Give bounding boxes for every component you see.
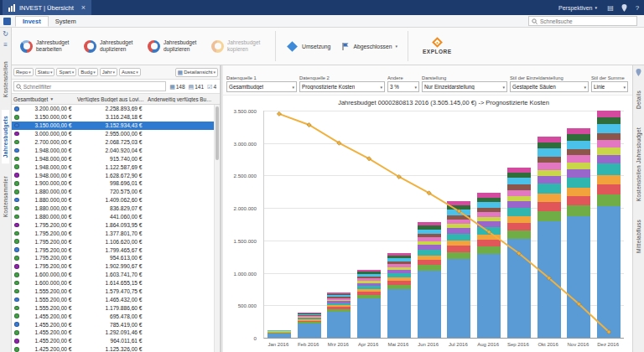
menu-icon[interactable]: ≡ <box>3 42 8 49</box>
explore-button[interactable]: EXPLORE <box>414 39 460 54</box>
x-tick-label: Feb 2016 <box>298 342 319 347</box>
table-row[interactable]: 3.000.000,00 €2.955.000,00 € <box>12 130 214 138</box>
x-tick-label: Mrz 2016 <box>328 342 349 347</box>
explore-label: EXPLORE <box>423 49 452 54</box>
close-tab-icon[interactable]: × <box>81 4 86 12</box>
table-row[interactable]: 1.455.200,00 €964.011,61 € <box>12 337 214 345</box>
verfuegtes-budget-cell: 1.603.741,70 € <box>74 272 144 277</box>
table-row[interactable]: 1.455.200,00 €695.478,00 € <box>12 312 214 320</box>
umsetzung-button[interactable]: Umsetzung <box>282 39 335 54</box>
edit-budget-icon <box>20 40 33 53</box>
table-row[interactable]: 1.795.200,00 €1.377.801,70 € <box>12 229 214 237</box>
gesamtbudget-cell: 2.700.000,00 € <box>22 139 74 145</box>
gesamtbudget-cell: 1.795.200,00 € <box>22 247 74 253</box>
status-dot-icon <box>14 106 19 111</box>
table-row[interactable]: 1.795.200,00 €1.902.990,67 € <box>12 262 214 271</box>
table-row[interactable]: 1.795.200,00 €1.106.620,00 € <box>12 237 214 246</box>
filter-chip-aussc[interactable]: Aussc▾ <box>119 68 141 76</box>
rightbar-tab-details[interactable]: Details <box>635 85 642 115</box>
sidebar-tab-jahresbudgets[interactable]: Jahresbudgets <box>2 110 9 163</box>
table-row[interactable]: 1.555.200,00 €1.465.432,00 € <box>12 295 214 303</box>
rightbar-tab-mittelabfluss[interactable]: Mittelabfluss <box>635 214 642 259</box>
column-header-anderweitig[interactable]: Anderweitig verfügtes Budget <box>146 96 214 102</box>
detailansicht-dropdown[interactable]: ▦Detailansicht▾ <box>175 68 219 77</box>
chevron-down-icon: ▾ <box>136 70 138 75</box>
search-input[interactable] <box>540 18 634 24</box>
chart-control-select-3[interactable]: 3 %▾ <box>387 81 419 92</box>
filter-chip-spart[interactable]: Spart▾ <box>56 68 76 76</box>
chart-control-select-4[interactable]: Nur Einzeldarstellung▾ <box>422 81 507 92</box>
table-row[interactable]: 1.948.000,00 €1.628.672,90 € <box>12 171 214 179</box>
chart-control-select-1[interactable]: Gesamtbudget▾ <box>226 81 297 92</box>
table-row[interactable]: 1.880.000,00 €836.829,07 € <box>12 204 214 213</box>
menubar-tab-invest[interactable]: Invest <box>15 16 49 27</box>
scrollbar-thumb[interactable] <box>216 106 219 160</box>
table-row[interactable]: 1.948.000,00 €915.740,00 € <box>12 154 214 163</box>
table-row[interactable]: 1.880.000,00 €720.575,00 € <box>12 188 214 196</box>
table-row[interactable]: 1.795.200,00 €1.799.465,67 € <box>12 246 214 254</box>
column-header-gesamtbudget[interactable]: Gesamtbudget ▼ <box>12 96 75 102</box>
table-row[interactable]: 1.600.000,00 €1.603.741,70 € <box>12 271 214 279</box>
table-header: Gesamtbudget ▼ Verfügtes Budget aus Lovi… <box>12 94 220 105</box>
app-tab[interactable]: INVEST | Übersicht × <box>3 0 91 15</box>
right-strip-icons <box>633 65 644 81</box>
table-row[interactable]: 1.795.200,00 €954.613,00 € <box>12 254 214 262</box>
table-row[interactable]: 3.150.000,00 €3.116.248,18 € <box>12 113 214 122</box>
column-header-verfuegtes-budget[interactable]: Verfügtes Budget aus Lovion <box>75 96 146 102</box>
filter-chip-repo[interactable]: Repo▾ <box>13 68 34 76</box>
rightbar-tab-kostenstellen-jahresbudget[interactable]: Kostenstellen Jahresbudget <box>635 122 642 207</box>
layout-icon[interactable]: ▤ <box>604 0 617 15</box>
chart-control-select-6[interactable]: Linie▾ <box>591 81 628 92</box>
table-row[interactable]: 1.425.200,00 €1.125.326,00 € <box>12 345 214 352</box>
sidebar-tab-kostenstellen[interactable]: Kostenstellen <box>2 55 9 103</box>
pin-icon[interactable] <box>617 0 631 15</box>
table-row[interactable]: 1.880.000,00 €441.060,00 € <box>12 213 214 221</box>
sort-descending-icon: ▼ <box>49 96 54 101</box>
table-row[interactable]: 1.948.000,00 €2.040.920,04 € <box>12 146 214 154</box>
perspektiven-menu[interactable]: Perspektiven ▾ <box>552 0 604 15</box>
abgeschlossen-button[interactable]: Abgeschlossen ▾ <box>337 40 402 53</box>
table-row[interactable]: 1.455.200,00 €785.419,00 € <box>12 320 214 329</box>
ribbon-button-0[interactable]: Jahresbudget bearbeiten <box>17 37 78 55</box>
table-scrollbar[interactable] <box>214 105 220 352</box>
table-row[interactable]: 1.600.000,00 €1.614.655,15 € <box>12 279 214 287</box>
help-icon[interactable]: ? <box>631 0 644 15</box>
ribbon-button-3[interactable]: Jahresbudget kopieren <box>208 37 269 55</box>
table-row[interactable]: 3.200.000,00 €2.258.893,69 € <box>12 105 214 113</box>
table-row[interactable]: 1.555.200,00 €1.179.886,60 € <box>12 303 214 312</box>
table-row[interactable]: 1.880.000,00 €1.409.062,60 € <box>12 196 214 204</box>
abgeschlossen-label: Abgeschlossen <box>353 44 392 49</box>
table-row[interactable]: 2.700.000,00 €2.068.725,03 € <box>12 138 214 147</box>
gesamtbudget-cell: 1.795.200,00 € <box>22 263 74 269</box>
explore-logo-icon <box>432 37 443 48</box>
menubar-tab-system[interactable]: System <box>49 17 83 26</box>
gesamtbudget-cell: 1.795.200,00 € <box>22 239 74 245</box>
refresh-icon[interactable]: ↻ <box>3 31 8 38</box>
x-tick-label: Jun 2016 <box>418 342 439 347</box>
chart-control-group-3: Andere3 %▾ <box>387 75 419 92</box>
table-row[interactable]: 3.150.000,00 €3.152.934,43 € <box>12 122 214 130</box>
chart-control-label: Datenquelle 2 <box>299 75 385 80</box>
verfuegtes-budget-cell: 964.011,61 € <box>74 338 144 344</box>
app-menu-icon[interactable] <box>3 18 11 25</box>
chart-control-select-2[interactable]: Prognostizierte Kosten▾ <box>299 81 385 92</box>
sidebar-tab-kostensammler[interactable]: Kostensammler <box>2 170 9 223</box>
filter-chip-jahr[interactable]: Jahr▾ <box>100 68 117 76</box>
copy-budget-icon <box>211 40 224 53</box>
filter-chip-statu[interactable]: Statu▾ <box>35 68 55 76</box>
filter-chip-budg[interactable]: Budg▾ <box>78 68 98 76</box>
table-row[interactable]: 1.795.200,00 €1.864.093,95 € <box>12 220 214 229</box>
verfuegtes-budget-cell: 1.799.465,67 € <box>74 247 144 253</box>
ribbon-button-2[interactable]: Jahresbudget duplizieren <box>144 37 205 55</box>
table-row[interactable]: 1.455.200,00 €1.292.091,46 € <box>12 329 214 337</box>
search-icon <box>532 18 538 24</box>
ribbon-button-1[interactable]: Jahresbudget duplizieren <box>80 37 142 55</box>
chart-control-group-5: Stil der EinzeldarstellungGestapelte Säu… <box>510 75 589 92</box>
table-row[interactable]: 1.948.000,00 €1.122.587,69 € <box>12 163 214 171</box>
quickfilter-input[interactable] <box>23 84 164 90</box>
table-row[interactable]: 1.900.000,00 €998.696,01 € <box>12 179 214 188</box>
table-row[interactable]: 1.555.200,00 €1.579.470,75 € <box>12 287 214 296</box>
gesamtbudget-cell: 1.795.200,00 € <box>22 255 74 261</box>
chart-control-select-5[interactable]: Gestapelte Säulen▾ <box>510 81 589 92</box>
pin-icon[interactable] <box>636 69 641 78</box>
